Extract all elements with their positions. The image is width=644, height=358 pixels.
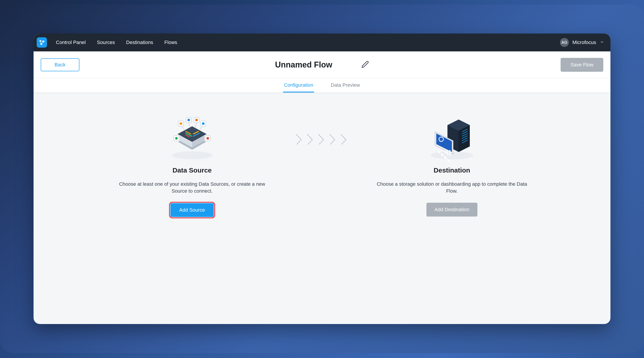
svg-line-4 [41, 41, 44, 44]
chevron-right-icon [317, 133, 327, 146]
svg-line-22 [196, 122, 196, 128]
nav-links: Control Panel Sources Destinations Flows [56, 39, 177, 45]
svg-point-27 [202, 122, 204, 125]
add-source-button[interactable]: Add Source [170, 203, 214, 217]
outer-frame: Control Panel Sources Destinations Flows… [0, 4, 644, 353]
svg-rect-49 [449, 150, 450, 156]
title-center: Unnamed Flow [275, 60, 369, 69]
svg-rect-47 [445, 150, 446, 154]
chevron-right-icon [340, 133, 349, 146]
svg-point-30 [175, 137, 178, 140]
title-bar: Back Unnamed Flow Save Flow [34, 51, 610, 78]
svg-point-21 [188, 119, 190, 121]
chevron-down-icon [600, 40, 604, 45]
user-menu[interactable]: AG Microfocus [560, 38, 604, 47]
edit-icon[interactable] [361, 60, 369, 69]
logo-icon [39, 39, 45, 45]
svg-rect-53 [448, 159, 450, 162]
avatar: AG [560, 38, 569, 47]
svg-rect-48 [447, 150, 448, 155]
tab-data-preview[interactable]: Data Preview [330, 78, 361, 92]
data-source-desc: Choose at least one of your existing Dat… [112, 181, 272, 195]
nav-destinations[interactable]: Destinations [126, 39, 153, 45]
back-button[interactable]: Back [41, 58, 80, 71]
app-window: Control Panel Sources Destinations Flows… [34, 33, 610, 324]
app-logo[interactable] [37, 37, 47, 48]
save-flow-button[interactable]: Save Flow [560, 58, 603, 72]
chevron-right-icon [306, 133, 316, 146]
svg-point-24 [195, 119, 198, 121]
add-destination-button[interactable]: Add Destination [426, 203, 477, 217]
svg-line-19 [189, 122, 190, 128]
nav-flows[interactable]: Flows [164, 39, 177, 45]
svg-point-18 [180, 122, 182, 125]
add-source-highlight: Add Source [170, 203, 214, 217]
nav-sources[interactable]: Sources [97, 39, 115, 45]
nav-control-panel[interactable]: Control Panel [56, 39, 86, 45]
data-source-title: Data Source [172, 166, 212, 174]
chevron-right-icon [295, 133, 304, 146]
data-source-panel: Data Source Choose at least one of your … [103, 113, 282, 217]
org-name: Microfocus [572, 39, 596, 45]
chevron-right-icon [328, 133, 338, 146]
svg-point-6 [172, 151, 212, 159]
destination-desc: Choose a storage solution or dashboardin… [372, 181, 532, 195]
flow-direction-arrows [295, 133, 349, 146]
top-nav: Control Panel Sources Destinations Flows… [34, 33, 610, 51]
tab-configuration[interactable]: Configuration [283, 78, 314, 92]
data-source-illustration [168, 113, 217, 162]
content-area: Data Source Choose at least one of your … [34, 93, 610, 324]
svg-point-33 [206, 137, 209, 140]
destination-illustration [427, 113, 476, 162]
tabs: Configuration Data Preview [34, 78, 610, 93]
destination-title: Destination [434, 166, 470, 174]
page-title: Unnamed Flow [275, 60, 332, 69]
destination-panel: Destination Choose a storage solution or… [362, 113, 541, 217]
